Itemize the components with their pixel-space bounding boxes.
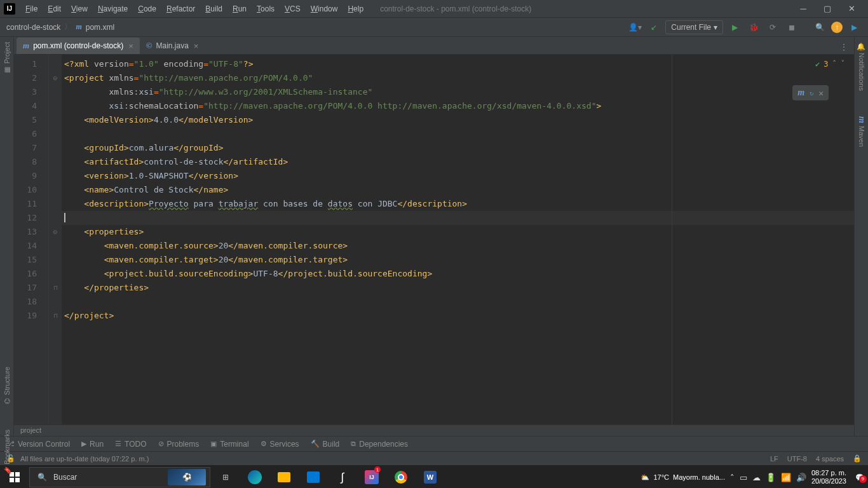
code-line-3[interactable]: xmlns:xsi="http://www.w3.org/2001/XMLSch…: [62, 85, 854, 99]
code-line-7[interactable]: <groupId>com.alura</groupId>: [62, 141, 854, 155]
next-highlight-icon[interactable]: ˇ: [841, 60, 845, 69]
fold-mark[interactable]: [49, 295, 62, 309]
coverage-button[interactable]: ⟳: [765, 20, 780, 34]
bookmarks-tool-button[interactable]: 🔖Bookmarks: [3, 430, 11, 475]
menu-window[interactable]: Window: [306, 2, 343, 16]
fold-mark[interactable]: [49, 141, 62, 155]
task-view-icon[interactable]: ⊞: [212, 465, 240, 488]
line-number[interactable]: 10: [14, 183, 48, 197]
line-number[interactable]: 19: [14, 309, 48, 323]
toolwin-todo[interactable]: ☰TODO: [115, 440, 146, 449]
code-line-18[interactable]: [62, 295, 854, 309]
line-separator[interactable]: LF: [770, 455, 778, 463]
notifications-tool-button[interactable]: 🔔Notifications: [857, 42, 865, 91]
code-line-17[interactable]: </properties>: [62, 281, 854, 295]
ide-update-icon[interactable]: ↑: [831, 22, 843, 33]
code-line-11[interactable]: <description>Proyecto para trabajar con …: [62, 197, 854, 211]
menu-help[interactable]: Help: [342, 2, 369, 16]
prev-highlight-icon[interactable]: ˆ: [832, 60, 837, 69]
code-line-16[interactable]: <project.build.sourceEncoding>UTF-8</pro…: [62, 267, 854, 281]
toolwin-problems[interactable]: ⊘Problems: [158, 440, 200, 449]
tab-close-icon[interactable]: ×: [128, 41, 133, 51]
editor[interactable]: 12345678910111213141516171819 ⊖⊖⊓⊓ ✔ 3 ˆ…: [14, 55, 854, 424]
line-number[interactable]: 18: [14, 295, 48, 309]
edge-icon[interactable]: [241, 465, 269, 488]
line-number[interactable]: 4: [14, 99, 48, 113]
project-tool-button[interactable]: ▦Project: [3, 42, 11, 74]
menu-tools[interactable]: Tools: [252, 2, 280, 16]
widget-close-icon[interactable]: ✕: [818, 88, 824, 98]
menu-view[interactable]: View: [66, 2, 93, 16]
line-number[interactable]: 15: [14, 253, 48, 267]
action-center-icon[interactable]: 💬9: [855, 473, 864, 482]
tray-volume-icon[interactable]: 🔊: [796, 473, 806, 482]
minimize-button[interactable]: ─: [796, 3, 811, 15]
fold-mark[interactable]: ⊓: [49, 309, 62, 323]
line-number[interactable]: 17: [14, 281, 48, 295]
weather-widget[interactable]: ⛅ 17°C Mayorm. nubla...: [641, 473, 725, 482]
code-line-1[interactable]: <?xml version="1.0" encoding="UTF-8"?>: [62, 57, 854, 71]
tray-chevron-icon[interactable]: ˄: [730, 473, 735, 482]
tab-1[interactable]: ©Main.java×: [140, 37, 205, 54]
code-line-13[interactable]: <properties>: [62, 225, 854, 239]
line-number[interactable]: 14: [14, 239, 48, 253]
menu-navigate[interactable]: Navigate: [93, 2, 133, 16]
line-number[interactable]: 13: [14, 225, 48, 239]
menu-file[interactable]: File: [20, 2, 43, 16]
chrome-icon[interactable]: [387, 465, 415, 488]
toolwin-dependencies[interactable]: ⧉Dependencies: [351, 440, 408, 449]
app-generic-icon[interactable]: ∫: [329, 465, 356, 488]
toolwin-build[interactable]: 🔨Build: [311, 440, 340, 449]
fold-mark[interactable]: [49, 169, 62, 183]
fold-mark[interactable]: [49, 99, 62, 113]
breadcrumb-bottom[interactable]: project: [14, 424, 854, 436]
fold-mark[interactable]: [49, 155, 62, 169]
inspection-widget[interactable]: ✔ 3 ˆ ˇ: [815, 60, 845, 69]
code-line-6[interactable]: [62, 127, 854, 141]
store-icon[interactable]: [299, 465, 327, 488]
breadcrumb-file[interactable]: pom.xml: [86, 23, 114, 32]
code-line-10[interactable]: <name>Control de Stock</name>: [62, 183, 854, 197]
code-line-19[interactable]: </project>: [62, 309, 854, 323]
system-tray[interactable]: ˄ ▭ ☁ 🔋 📶 🔊: [730, 473, 806, 482]
toolwin-services[interactable]: ⚙Services: [261, 440, 299, 449]
maximize-button[interactable]: ▢: [820, 3, 835, 15]
line-number[interactable]: 9: [14, 169, 48, 183]
run-anything-icon[interactable]: ▶: [846, 20, 862, 34]
tray-meet-now-icon[interactable]: ▭: [740, 473, 747, 482]
fold-column[interactable]: ⊖⊖⊓⊓: [49, 55, 62, 424]
tray-battery-icon[interactable]: 🔋: [766, 473, 776, 482]
fold-mark[interactable]: [49, 197, 62, 211]
fold-mark[interactable]: ⊓: [49, 281, 62, 295]
debug-button[interactable]: 🐞: [746, 20, 761, 34]
line-number[interactable]: 8: [14, 155, 48, 169]
code-line-9[interactable]: <version>1.0-SNAPSHOT</version>: [62, 169, 854, 183]
readonly-icon[interactable]: 🔒: [853, 454, 862, 463]
indent[interactable]: 4 spaces: [816, 455, 844, 463]
tray-onedrive-icon[interactable]: ☁: [752, 473, 761, 482]
code-line-15[interactable]: <maven.compiler.target>20</maven.compile…: [62, 253, 854, 267]
stop-button[interactable]: ◼: [784, 20, 799, 34]
tab-menu-icon[interactable]: ⋮: [834, 40, 854, 54]
menu-build[interactable]: Build: [200, 2, 227, 16]
code-line-4[interactable]: xsi:schemaLocation="http://maven.apache.…: [62, 99, 854, 113]
toolwin-run[interactable]: ▶Run: [81, 440, 104, 449]
line-number[interactable]: 6: [14, 127, 48, 141]
taskbar-search[interactable]: 🔍 Buscar ⚽: [29, 467, 210, 487]
fold-mark[interactable]: [49, 211, 62, 225]
line-number[interactable]: 7: [14, 141, 48, 155]
menu-code[interactable]: Code: [133, 2, 161, 16]
word-icon[interactable]: W: [416, 465, 444, 488]
fold-mark[interactable]: [49, 113, 62, 127]
fold-mark[interactable]: [49, 239, 62, 253]
encoding[interactable]: UTF-8: [787, 455, 807, 463]
user-icon[interactable]: 👤▾: [627, 20, 642, 34]
run-config-selector[interactable]: Current File ▾: [665, 20, 723, 34]
close-button[interactable]: ✕: [844, 3, 859, 15]
line-number[interactable]: 16: [14, 267, 48, 281]
menu-edit[interactable]: Edit: [43, 2, 66, 16]
maven-reload-widget[interactable]: m↻ ✕: [792, 85, 829, 100]
line-number[interactable]: 11: [14, 197, 48, 211]
fold-mark[interactable]: [49, 57, 62, 71]
code-area[interactable]: ✔ 3 ˆ ˇ m↻ ✕ <?xml version="1.0" encodin…: [62, 55, 854, 424]
